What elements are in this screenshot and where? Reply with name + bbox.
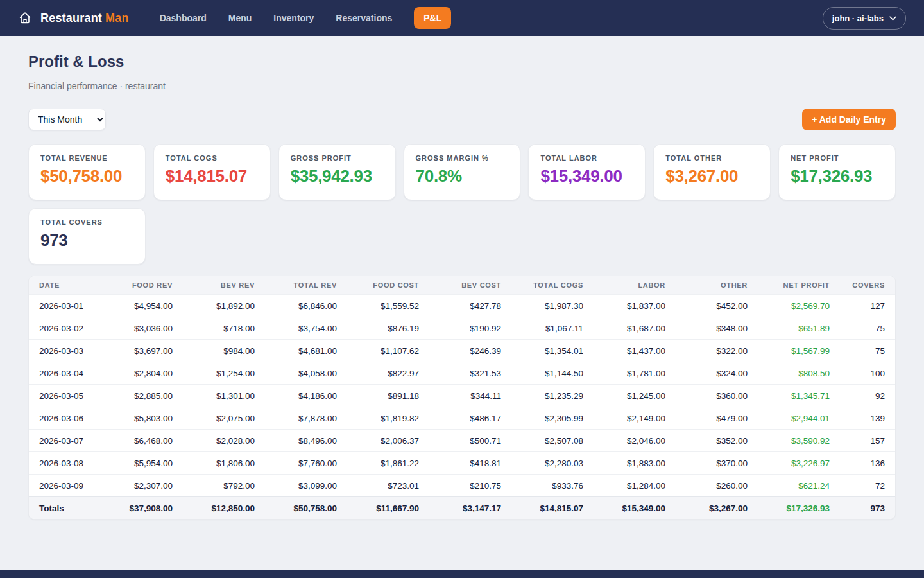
table-cell: $7,760.00 — [265, 452, 347, 475]
add-daily-entry-button[interactable]: + Add Daily Entry — [802, 109, 896, 130]
nav-item-reservations[interactable]: Reservations — [336, 13, 392, 23]
table-cell: $500.71 — [429, 430, 511, 452]
table-cell: $260.00 — [676, 475, 758, 497]
column-header-bev-cost: BEV COST — [429, 276, 511, 295]
table-cell: 2026-03-04 — [29, 362, 101, 385]
table-cell: $3,754.00 — [265, 317, 347, 340]
table-cell: $246.39 — [429, 340, 511, 362]
table-row: 2026-03-03$3,697.00$984.00$4,681.00$1,10… — [29, 340, 895, 362]
kpi-value: $14,815.07 — [166, 166, 259, 186]
table-cell: $6,468.00 — [101, 430, 183, 452]
user-menu-button[interactable]: john · ai-labs — [823, 7, 906, 30]
table-row: 2026-03-07$6,468.00$2,028.00$8,496.00$2,… — [29, 430, 895, 452]
kpi-value: $35,942.93 — [291, 166, 384, 186]
table-cell: $190.92 — [429, 317, 511, 340]
table-cell: $2,006.37 — [347, 430, 429, 452]
footer-bar — [0, 570, 924, 578]
table-cell: $3,590.92 — [758, 430, 840, 452]
kpi-value: 973 — [40, 231, 133, 250]
column-header-total-cogs: TOTAL COGS — [511, 276, 594, 295]
table-cell: 75 — [840, 340, 895, 362]
table-cell: 139 — [840, 407, 895, 430]
nav-item-menu[interactable]: Menu — [228, 13, 252, 23]
table-cell: $1,987.30 — [511, 295, 594, 317]
table-cell: $1,235.29 — [511, 385, 594, 407]
table-cell: 72 — [840, 475, 895, 497]
top-navbar: RestaurantMan DashboardMenuInventoryRese… — [0, 0, 924, 36]
table-cell: $1,245.00 — [594, 385, 676, 407]
table-cell: $12,850.00 — [183, 497, 265, 520]
table-cell: $479.00 — [676, 407, 758, 430]
table-cell: $3,697.00 — [101, 340, 183, 362]
table-cell: $452.00 — [676, 295, 758, 317]
nav-item-p-l[interactable]: P&L — [414, 7, 451, 29]
nav-item-dashboard[interactable]: Dashboard — [160, 13, 207, 23]
period-select[interactable]: This Month — [28, 109, 106, 130]
table-cell: $1,107.62 — [347, 340, 429, 362]
brand[interactable]: RestaurantMan — [18, 11, 129, 25]
table-cell: 92 — [840, 385, 895, 407]
table-cell: $210.75 — [429, 475, 511, 497]
table-cell: $360.00 — [676, 385, 758, 407]
table-cell: $322.00 — [676, 340, 758, 362]
kpi-label: TOTAL OTHER — [665, 154, 758, 162]
column-header-other: OTHER — [676, 276, 758, 295]
table-cell: $651.89 — [758, 317, 840, 340]
table-cell: $4,954.00 — [101, 295, 183, 317]
totals-row: Totals$37,908.00$12,850.00$50,758.00$11,… — [29, 497, 895, 520]
table-cell: $14,815.07 — [511, 497, 594, 520]
table-cell: $891.18 — [347, 385, 429, 407]
table-cell: $50,758.00 — [265, 497, 347, 520]
table-cell: $4,186.00 — [265, 385, 347, 407]
table-cell: $718.00 — [183, 317, 265, 340]
table-cell: $1,837.00 — [594, 295, 676, 317]
table-cell: $1,301.00 — [183, 385, 265, 407]
kpi-label: TOTAL LABOR — [540, 154, 633, 162]
table-cell: 2026-03-06 — [29, 407, 101, 430]
table-cell: 2026-03-08 — [29, 452, 101, 475]
kpi-label: TOTAL REVENUE — [40, 154, 133, 162]
table-cell: $2,028.00 — [183, 430, 265, 452]
table-cell: $4,681.00 — [265, 340, 347, 362]
table-cell: $2,305.99 — [511, 407, 594, 430]
table-cell: $723.01 — [347, 475, 429, 497]
table-cell: 2026-03-03 — [29, 340, 101, 362]
table-cell: $2,507.08 — [511, 430, 594, 452]
kpi-label: TOTAL COVERS — [40, 218, 133, 226]
table-cell: $418.81 — [429, 452, 511, 475]
kpi-value: 70.8% — [416, 166, 509, 186]
kpi-label: TOTAL COGS — [166, 154, 259, 162]
nav-links: DashboardMenuInventoryReservationsP&L — [160, 7, 452, 29]
table-cell: $348.00 — [676, 317, 758, 340]
kpi-card-gross-margin: GROSS MARGIN %70.8% — [404, 144, 521, 200]
table-cell: 2026-03-05 — [29, 385, 101, 407]
kpi-card-total-other: TOTAL OTHER$3,267.00 — [653, 144, 771, 200]
main-content: Profit & Loss Financial performance · re… — [0, 53, 924, 520]
table-cell: $7,878.00 — [265, 407, 347, 430]
pnl-table: DATEFOOD REVBEV REVTOTAL REVFOOD COSTBEV… — [29, 276, 895, 519]
kpi-card-total-covers: TOTAL COVERS973 — [28, 208, 146, 265]
table-cell: $1,559.52 — [347, 295, 429, 317]
table-cell: $1,067.11 — [511, 317, 594, 340]
column-header-total-rev: TOTAL REV — [265, 276, 347, 295]
column-header-bev-rev: BEV REV — [183, 276, 265, 295]
table-cell: $2,804.00 — [101, 362, 183, 385]
table-cell: $1,144.50 — [511, 362, 594, 385]
table-cell: $792.00 — [183, 475, 265, 497]
kpi-value: $17,326.93 — [791, 166, 884, 186]
table-cell: $1,687.00 — [594, 317, 676, 340]
table-cell: 2026-03-09 — [29, 475, 101, 497]
table-cell: $15,349.00 — [594, 497, 676, 520]
table-cell: $1,806.00 — [183, 452, 265, 475]
table-cell: $2,075.00 — [183, 407, 265, 430]
table-cell: $1,354.01 — [511, 340, 594, 362]
table-cell: $1,883.00 — [594, 452, 676, 475]
table-body: 2026-03-01$4,954.00$1,892.00$6,846.00$1,… — [29, 295, 895, 497]
nav-item-inventory[interactable]: Inventory — [273, 13, 314, 23]
column-header-date: DATE — [29, 276, 101, 295]
kpi-value: $50,758.00 — [40, 166, 133, 186]
table-row: 2026-03-06$5,803.00$2,075.00$7,878.00$1,… — [29, 407, 895, 430]
brand-text: RestaurantMan — [40, 12, 129, 25]
table-header-row: DATEFOOD REVBEV REVTOTAL REVFOOD COSTBEV… — [29, 276, 895, 295]
table-cell: $3,226.97 — [758, 452, 840, 475]
